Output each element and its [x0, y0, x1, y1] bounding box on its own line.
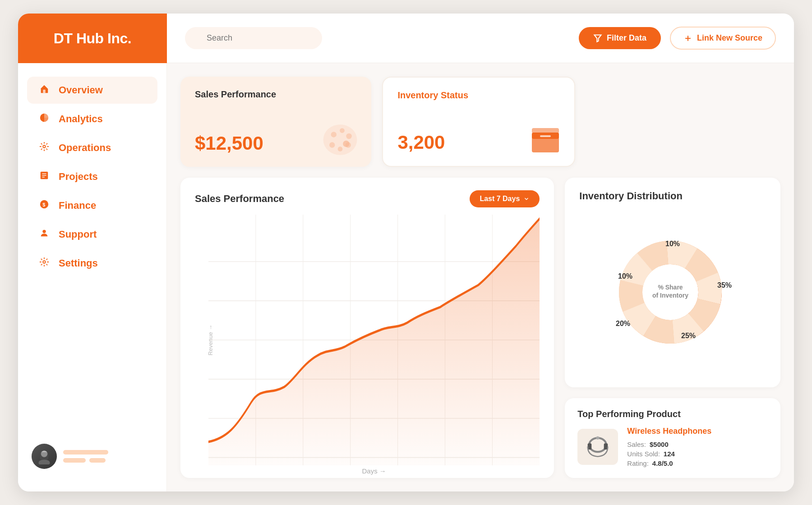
- time-period-dropdown[interactable]: Last 7 Days: [470, 190, 540, 207]
- user-role-bars: [63, 458, 108, 463]
- search-wrapper: [185, 27, 373, 49]
- sidebar-label-finance: Finance: [59, 200, 96, 211]
- logo-area: DT Hub Inc.: [18, 14, 167, 63]
- svg-point-15: [43, 261, 46, 263]
- svg-point-26: [329, 142, 335, 147]
- logo-title: DT Hub Inc.: [54, 30, 131, 47]
- box-icon: [527, 124, 563, 157]
- top-product-card: Top Performing Product: [565, 398, 780, 478]
- sidebar-item-operations[interactable]: Operations: [27, 134, 157, 161]
- link-new-source-button[interactable]: Link New Source: [670, 27, 776, 50]
- sidebar-label-support: Support: [59, 229, 97, 240]
- support-icon: [38, 228, 51, 241]
- sales-performance-card: Sales Performance $12,500: [180, 77, 371, 167]
- user-role-bar-2: [89, 458, 106, 463]
- sidebar-label-projects: Projects: [59, 171, 98, 183]
- top-row-spacer: [586, 77, 780, 167]
- user-info: [63, 450, 108, 463]
- analytics-icon: [38, 113, 51, 125]
- sidebar-item-settings[interactable]: Settings: [27, 250, 157, 277]
- product-details: Wireless Headphones Sales: $5000 Units S…: [627, 427, 768, 467]
- user-role-bar-1: [63, 458, 86, 463]
- stat-row-sales: Sales: $5000: [627, 441, 768, 448]
- headphones-icon: [582, 433, 614, 460]
- svg-point-27: [343, 141, 350, 147]
- product-image: [577, 429, 618, 465]
- svg-text:$: $: [42, 202, 45, 207]
- svg-point-17: [38, 459, 50, 464]
- projects-icon: [38, 170, 51, 183]
- finance-icon: $: [38, 199, 51, 212]
- sidebar-item-projects[interactable]: Projects: [27, 163, 157, 190]
- user-area: [18, 435, 166, 478]
- product-row: Wireless Headphones Sales: $5000 Units S…: [577, 427, 768, 467]
- svg-text:% Share: % Share: [658, 284, 683, 291]
- body: Overview Analytics Operations: [18, 63, 794, 491]
- top-product-title: Top Performing Product: [577, 409, 768, 419]
- chart-title: Sales Performance: [195, 193, 284, 205]
- svg-point-22: [340, 128, 345, 133]
- sidebar: Overview Analytics Operations: [18, 63, 167, 491]
- product-name: Wireless Headphones: [627, 427, 768, 436]
- top-row: Sales Performance $12,500: [180, 77, 780, 167]
- stat-label-units: Units Sold:: [627, 450, 660, 458]
- svg-text:of Inventory: of Inventory: [652, 292, 688, 299]
- search-input[interactable]: [185, 27, 322, 49]
- stat-row-units: Units Sold: 124: [627, 450, 768, 458]
- donut-chart-svg: % Share of Inventory 35% 25% 20% 10% 10%: [600, 234, 745, 351]
- sales-perf-title: Sales Performance: [195, 89, 357, 100]
- svg-point-21: [331, 132, 337, 137]
- svg-rect-31: [532, 128, 559, 133]
- home-icon: [38, 84, 51, 96]
- chart-header: Sales Performance Last 7 Days: [195, 190, 540, 207]
- chevron-down-icon: [523, 196, 530, 202]
- header-right: Filter Data Link New Source: [167, 14, 794, 63]
- sidebar-item-overview[interactable]: Overview: [27, 77, 157, 104]
- sidebar-item-analytics[interactable]: Analytics: [27, 106, 157, 133]
- app-container: DT Hub Inc. Filter Data Link New Sou: [18, 14, 794, 491]
- user-name-bar: [63, 450, 108, 454]
- avatar: [32, 444, 57, 469]
- right-column: Inventory Distribution: [565, 178, 780, 478]
- svg-rect-30: [540, 135, 551, 137]
- svg-text:10%: 10%: [618, 272, 632, 280]
- nav-items: Overview Analytics Operations: [18, 77, 166, 435]
- sidebar-item-finance[interactable]: $ Finance: [27, 192, 157, 219]
- sales-line-chart: [208, 215, 540, 465]
- filter-icon: [593, 34, 602, 43]
- svg-point-23: [346, 133, 352, 139]
- svg-text:10%: 10%: [665, 240, 680, 248]
- product-stats: Sales: $5000 Units Sold: 124 Rating:: [627, 441, 768, 467]
- stat-value-units: 124: [664, 450, 675, 458]
- sidebar-item-support[interactable]: Support: [27, 221, 157, 248]
- svg-marker-2: [594, 35, 601, 41]
- svg-point-57: [589, 438, 606, 452]
- main-content: Sales Performance $12,500: [167, 63, 794, 491]
- header: DT Hub Inc. Filter Data Link New Sou: [18, 14, 794, 63]
- svg-point-60: [596, 436, 600, 440]
- stat-label-rating: Rating:: [627, 459, 649, 467]
- settings-icon: [38, 257, 51, 270]
- filter-data-button[interactable]: Filter Data: [579, 27, 661, 49]
- plus-icon: [683, 34, 692, 43]
- inventory-title: Inventory Status: [397, 90, 559, 101]
- svg-rect-19: [40, 452, 48, 459]
- svg-text:20%: 20%: [616, 320, 630, 327]
- svg-text:25%: 25%: [681, 332, 696, 340]
- sidebar-label-settings: Settings: [59, 257, 98, 269]
- sidebar-label-overview: Overview: [59, 84, 103, 96]
- donut-title: Inventory Distribution: [579, 190, 766, 202]
- stat-value-sales: $5000: [650, 441, 669, 448]
- sidebar-label-operations: Operations: [59, 142, 111, 154]
- stat-value-rating: 4.8/5.0: [652, 459, 673, 467]
- stat-label-sales: Sales:: [627, 441, 646, 448]
- svg-point-25: [338, 147, 343, 152]
- sidebar-label-analytics: Analytics: [59, 113, 103, 125]
- bottom-row: Sales Performance Last 7 Days Revenue →: [180, 178, 780, 478]
- operations-icon: [38, 142, 51, 154]
- sales-chart-card: Sales Performance Last 7 Days Revenue →: [180, 178, 554, 478]
- x-axis-label: Days →: [208, 467, 540, 475]
- svg-point-7: [43, 145, 46, 148]
- stat-row-rating: Rating: 4.8/5.0: [627, 459, 768, 467]
- donut-area: % Share of Inventory 35% 25% 20% 10% 10%: [579, 209, 766, 375]
